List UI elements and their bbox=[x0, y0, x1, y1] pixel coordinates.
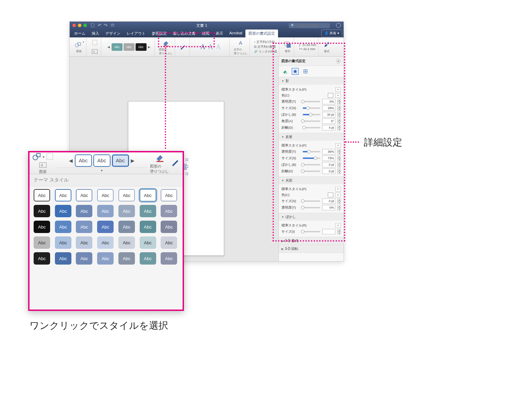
fill-icon[interactable] bbox=[162, 39, 170, 47]
color-swatch[interactable] bbox=[328, 93, 333, 98]
text-box-icon[interactable]: A bbox=[91, 47, 99, 56]
preset-dropdown[interactable]: ▾ bbox=[335, 223, 341, 228]
style-swatch[interactable]: Abc bbox=[55, 236, 71, 249]
wordart-style-3[interactable]: A bbox=[216, 43, 221, 51]
style-preview-2[interactable]: Abc bbox=[124, 43, 135, 51]
print-icon[interactable] bbox=[110, 23, 115, 28]
slider[interactable] bbox=[303, 151, 320, 152]
style-swatch[interactable]: Abc bbox=[76, 221, 92, 233]
style-swatch[interactable]: Abc bbox=[76, 236, 92, 249]
popup-textbox-icon[interactable]: A bbox=[39, 162, 47, 168]
spinner[interactable]: ▴▾ bbox=[337, 125, 341, 130]
edit-points-icon[interactable] bbox=[91, 38, 99, 47]
format-painter-icon[interactable]: 🖌 bbox=[323, 40, 331, 49]
style-swatch[interactable]: Abc bbox=[161, 205, 177, 217]
ribbon-tab-5[interactable]: 差し込み文書 bbox=[170, 30, 199, 37]
popup-prev-icon[interactable]: ◀ bbox=[69, 156, 73, 165]
slider[interactable] bbox=[303, 107, 320, 109]
resize-handle-e[interactable] bbox=[186, 165, 188, 168]
redo-icon[interactable]: ↷ bbox=[104, 23, 107, 28]
popup-next-icon[interactable]: ▶ bbox=[130, 156, 135, 165]
section-header[interactable]: ▼反射 bbox=[279, 133, 344, 141]
close-icon[interactable] bbox=[72, 24, 76, 27]
value-field[interactable]: 29% bbox=[322, 105, 335, 111]
spinner[interactable]: ▴▾ bbox=[337, 205, 341, 210]
style-swatch[interactable]: Abc bbox=[140, 205, 156, 217]
text-fill-icon[interactable]: A bbox=[236, 39, 245, 47]
spinner[interactable]: ▴▾ bbox=[337, 155, 341, 161]
save-icon[interactable] bbox=[90, 23, 95, 28]
share-button[interactable]: 👤 共有 ▾ bbox=[321, 30, 342, 37]
popup-fill-icon[interactable] bbox=[155, 153, 164, 163]
style-next-icon[interactable]: ▶ bbox=[148, 45, 151, 49]
slider[interactable] bbox=[303, 207, 320, 208]
popup-style-preview-1[interactable]: Abc bbox=[75, 154, 92, 167]
zoom-icon[interactable] bbox=[83, 24, 87, 27]
pane-tab-layout-icon[interactable] bbox=[302, 68, 309, 75]
search-input[interactable] bbox=[296, 23, 324, 28]
style-swatch[interactable]: Abc bbox=[97, 236, 114, 249]
preset-dropdown[interactable]: ▾ bbox=[335, 187, 341, 191]
pane-tab-fill-icon[interactable] bbox=[281, 68, 288, 75]
popup-more-styles-icon[interactable] bbox=[56, 167, 147, 172]
outline-icon[interactable] bbox=[179, 43, 187, 51]
slider[interactable] bbox=[303, 101, 320, 102]
section-header[interactable]: ▼光彩 bbox=[279, 177, 344, 184]
value-field[interactable]: 0° bbox=[322, 118, 335, 124]
style-swatch[interactable]: Abc bbox=[118, 189, 135, 201]
text-direction-button[interactable]: ↕ 文字列の方向 bbox=[254, 40, 275, 44]
style-swatch[interactable]: Abc bbox=[140, 221, 156, 233]
style-swatch[interactable]: Abc bbox=[34, 236, 50, 249]
preset-dropdown[interactable]: ▾ bbox=[335, 143, 341, 148]
style-swatch[interactable]: Abc bbox=[34, 205, 50, 217]
slider[interactable] bbox=[303, 127, 320, 128]
value-field[interactable]: 36% bbox=[322, 149, 335, 154]
style-swatch[interactable]: Abc bbox=[118, 221, 135, 233]
value-field[interactable]: 0% bbox=[322, 205, 335, 210]
text-align-button[interactable]: ⊟ 文字列の配置 bbox=[254, 45, 276, 49]
ribbon-tab-4[interactable]: 参照設定 bbox=[149, 30, 170, 37]
style-swatch[interactable]: Abc bbox=[97, 252, 114, 265]
style-swatch[interactable]: Abc bbox=[97, 221, 114, 233]
section-header[interactable]: ▼ぼかし bbox=[279, 213, 344, 221]
spinner[interactable]: ▴▾ bbox=[337, 118, 341, 124]
style-swatch[interactable]: Abc bbox=[55, 205, 71, 217]
ribbon-tab-6[interactable]: 校閲 bbox=[199, 30, 212, 37]
ribbon-tab-0[interactable]: ホーム bbox=[71, 30, 89, 37]
slider[interactable] bbox=[303, 164, 320, 165]
value-field[interactable]: 0 pt bbox=[322, 168, 335, 174]
spinner[interactable]: ▴▾ bbox=[337, 112, 341, 117]
section-header[interactable]: ▼影 bbox=[279, 77, 344, 85]
section-header[interactable]: ▶3-D 書式 bbox=[279, 237, 344, 245]
height-field[interactable]: ⭥ 21.84 mm bbox=[298, 43, 316, 47]
preset-dropdown[interactable]: ▾ bbox=[335, 87, 341, 92]
spinner[interactable]: ▴▾ bbox=[337, 149, 341, 154]
slider[interactable] bbox=[303, 120, 320, 122]
create-link-button[interactable]: 🔗 リンクの作成 bbox=[254, 50, 277, 54]
pane-close-icon[interactable]: × bbox=[336, 59, 341, 63]
slider[interactable] bbox=[303, 114, 320, 115]
slider[interactable] bbox=[303, 171, 320, 172]
style-swatch[interactable]: Abc bbox=[76, 252, 92, 265]
resize-handle-se[interactable] bbox=[186, 173, 188, 175]
style-swatch[interactable]: Abc bbox=[161, 236, 177, 249]
color-swatch[interactable] bbox=[328, 193, 333, 197]
style-swatch[interactable]: Abc bbox=[34, 189, 50, 201]
ribbon-tab-3[interactable]: レイアウト bbox=[124, 30, 149, 37]
style-preview-3[interactable]: Abc bbox=[136, 43, 147, 51]
width-field[interactable]: ⭤ 44.2 mm bbox=[299, 47, 315, 51]
value-field[interactable] bbox=[322, 229, 335, 234]
arrange-icon[interactable] bbox=[284, 40, 292, 49]
style-preview-1[interactable]: Abc bbox=[112, 43, 123, 51]
popup-outline-icon[interactable] bbox=[172, 159, 180, 168]
value-field[interactable]: 0 pt bbox=[322, 198, 335, 204]
popup-edit-points-icon[interactable] bbox=[46, 153, 54, 161]
ribbon-tab-9[interactable]: 図形の書式設定 bbox=[245, 30, 278, 37]
slider[interactable] bbox=[303, 200, 320, 202]
style-swatch[interactable]: Abc bbox=[161, 252, 177, 265]
color-dropdown[interactable]: ▾ bbox=[335, 193, 341, 197]
section-header[interactable]: ▶3-D 回転 bbox=[279, 245, 344, 253]
style-swatch[interactable]: Abc bbox=[97, 205, 114, 217]
popup-style-preview-3[interactable]: Abc bbox=[112, 154, 129, 167]
popup-style-preview-2[interactable]: Abc bbox=[93, 154, 111, 167]
